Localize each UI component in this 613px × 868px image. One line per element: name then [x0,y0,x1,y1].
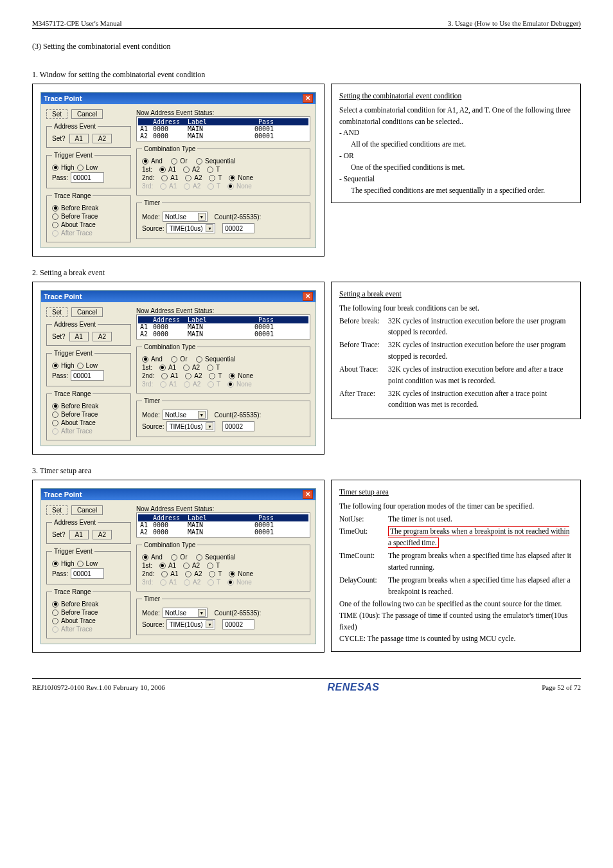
timeout-highlight: The program breaks when a breakpoint is … [388,526,569,548]
dialog-title: Trace Point [44,95,82,102]
footer-page: Page 52 of 72 [542,683,581,691]
step-2-heading: 2. Setting a break event [32,268,581,278]
before-trace-radio[interactable] [52,213,58,220]
count-input[interactable] [222,223,254,233]
dialog-titlebar: Trace Point ✕ [41,93,315,104]
a1-button[interactable]: A1 [69,134,89,143]
header-right: 3. Usage (How to Use the Emulator Debugg… [448,19,581,27]
status-table: AddressLabelPass A10000MAIN00001 A20000M… [136,116,310,141]
low-radio[interactable] [77,165,84,171]
screenshot-3: Trace Point✕ SetCancel Address EventSet?… [32,480,324,653]
pass-input[interactable] [71,172,104,183]
timer-group: Timer Mode: NotUse▼ Count(2-65535): Sour… [136,199,310,239]
source-combo[interactable]: TIME(10us)▼ [166,223,215,233]
callout-3: Timer setup area The following four oper… [331,480,581,652]
close-icon[interactable]: ✕ [303,94,313,103]
header-left: M34571T2-CPE User's Manual [32,19,121,27]
trace-range-group: Trace Range Before Break Before Trace Ab… [46,192,131,242]
footer-left: REJ10J0972-0100 Rev.1.00 February 10, 20… [32,683,165,691]
high-radio[interactable] [52,165,58,171]
screenshot-1: Trace Point ✕ Set Cancel Address Event S… [32,84,324,257]
mode-combo[interactable]: NotUse▼ [163,212,208,222]
close-icon[interactable]: ✕ [303,490,313,499]
set-button[interactable]: Set [46,109,67,119]
step-1-heading: 1. Window for setting the combinatorial … [32,70,581,80]
or-radio[interactable] [171,158,177,165]
a2-button[interactable]: A2 [93,134,112,143]
section-3-heading: (3) Setting the combinatorial event cond… [32,42,581,51]
cancel-button[interactable]: Cancel [71,109,103,119]
after-trace-radio [52,230,58,237]
step-3-heading: 3. Timer setup area [32,466,581,476]
combination-type-group: Combination Type And Or Sequential 1st: … [136,145,310,195]
renesas-logo: RENESAS [328,682,380,693]
address-event-group: Address Event Set? A1 A2 [46,123,131,148]
about-trace-radio[interactable] [52,222,58,228]
trigger-event-group: Trigger Event High Low Pass: [46,152,131,188]
chevron-down-icon: ▼ [198,213,206,221]
before-break-radio[interactable] [52,205,58,212]
sequential-radio[interactable] [196,158,202,165]
callout-1: Setting the combinatorial event conditio… [331,84,581,203]
close-icon[interactable]: ✕ [303,292,313,301]
screenshot-2: Trace Point✕ SetCancel Address EventSet?… [32,282,324,455]
callout-2: Setting a break event The following four… [331,282,581,419]
and-radio[interactable] [142,158,148,165]
chevron-down-icon: ▼ [206,224,213,232]
